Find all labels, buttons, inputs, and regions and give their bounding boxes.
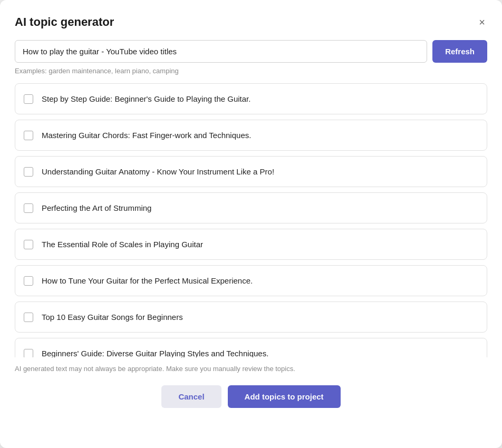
topic-label-8: Beginners' Guide: Diverse Guitar Playing… <box>42 348 268 357</box>
add-topics-button[interactable]: Add topics to project <box>228 385 341 408</box>
topic-checkbox-2[interactable] <box>24 131 33 140</box>
topic-label-1: Step by Step Guide: Beginner's Guide to … <box>42 93 250 104</box>
topic-checkbox-3[interactable] <box>24 167 33 177</box>
topic-label-6: How to Tune Your Guitar for the Perfect … <box>42 275 253 286</box>
topics-list: Step by Step Guide: Beginner's Guide to … <box>15 83 487 357</box>
topic-label-3: Understanding Guitar Anatomy - Know Your… <box>42 166 274 177</box>
ai-disclaimer: AI generated text may not always be appr… <box>15 365 487 373</box>
topic-item-7[interactable]: Top 10 Easy Guitar Songs for Beginners <box>15 301 487 333</box>
refresh-button[interactable]: Refresh <box>432 40 487 63</box>
topic-label-2: Mastering Guitar Chords: Fast Finger-wor… <box>42 130 251 141</box>
topic-item-8[interactable]: Beginners' Guide: Diverse Guitar Playing… <box>15 338 487 357</box>
modal-container: AI topic generator × Refresh Examples: g… <box>0 0 502 448</box>
topic-label-7: Top 10 Easy Guitar Songs for Beginners <box>42 311 183 323</box>
topic-checkbox-5[interactable] <box>24 240 33 249</box>
modal-title: AI topic generator <box>15 15 114 29</box>
topic-item-2[interactable]: Mastering Guitar Chords: Fast Finger-wor… <box>15 120 487 151</box>
topic-label-4: Perfecting the Art of Strumming <box>42 202 151 213</box>
topic-item-5[interactable]: The Essential Role of Scales in Playing … <box>15 229 487 260</box>
topic-item-3[interactable]: Understanding Guitar Anatomy - Know Your… <box>15 156 487 187</box>
topic-checkbox-7[interactable] <box>24 313 33 322</box>
search-input[interactable] <box>15 40 427 63</box>
topic-item-4[interactable]: Perfecting the Art of Strumming <box>15 192 487 223</box>
topic-item-6[interactable]: How to Tune Your Guitar for the Perfect … <box>15 265 487 296</box>
topic-label-5: The Essential Role of Scales in Playing … <box>42 239 203 250</box>
examples-text: Examples: garden maintenance, learn pian… <box>15 67 487 75</box>
footer-buttons: Cancel Add topics to project <box>15 385 487 408</box>
search-row: Refresh <box>15 40 487 63</box>
topic-checkbox-6[interactable] <box>24 276 33 286</box>
cancel-button[interactable]: Cancel <box>161 385 221 408</box>
topic-checkbox-8[interactable] <box>24 349 33 358</box>
topic-checkbox-1[interactable] <box>24 94 33 104</box>
topic-item-1[interactable]: Step by Step Guide: Beginner's Guide to … <box>15 83 487 114</box>
modal-header: AI topic generator × <box>15 15 487 30</box>
topic-checkbox-4[interactable] <box>24 203 33 213</box>
close-button[interactable]: × <box>477 15 487 30</box>
